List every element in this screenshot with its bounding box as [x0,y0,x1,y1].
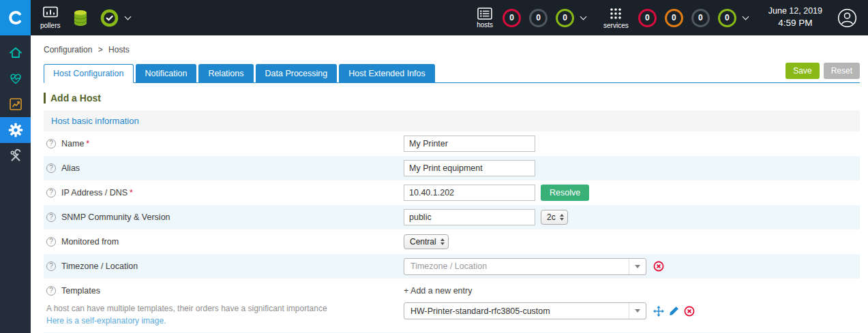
hosts-label: hosts [477,21,493,29]
hosts-up-badge[interactable]: 0 [556,9,574,27]
help-icon[interactable] [46,188,56,197]
database-icon [72,9,89,27]
snmp-version-value: 2c [547,212,556,222]
tab-notification[interactable]: Notification [136,64,197,82]
name-input[interactable] [404,136,535,152]
form-row-field-area: Timezone / Location [404,258,664,275]
tab-host-configuration[interactable]: Host Configuration [44,64,134,83]
tab-data-processing[interactable]: Data Processing [256,64,338,82]
move-icon [653,306,664,317]
database-status[interactable] [72,9,89,27]
snmp-community-input[interactable] [404,209,535,225]
template-move-button[interactable] [653,306,664,317]
monitoring-icon [8,71,23,86]
centreon-logo[interactable] [0,0,31,35]
select-spinner-icon [440,238,445,245]
services-chevron-icon[interactable] [742,14,749,20]
sidebar [0,35,31,333]
dropdown-chevron-icon [629,303,646,319]
pencil-icon [669,306,679,316]
pollers-menu[interactable]: pollers [40,6,60,29]
templates-detail-line: A host can have multiple templates, thei… [44,302,860,327]
form-row-field-area [404,160,535,176]
add-template-entry-link[interactable]: + Add a new entry [404,286,472,296]
help-icon[interactable] [46,212,56,222]
template-field: HW-Printer-standard-rfc3805-custom [404,302,695,319]
breadcrumb-hosts[interactable]: Hosts [108,45,130,54]
reset-button[interactable]: Reset [824,63,860,79]
help-icon[interactable] [46,261,56,271]
timezone-select[interactable]: Timezone / Location [404,258,646,275]
hosts-unreachable-badge[interactable]: 0 [529,9,548,27]
templates-label: Templates [61,286,100,296]
services-critical-badge[interactable]: 0 [638,9,657,27]
page-title: Add a Host [44,93,868,104]
tab-relations[interactable]: Relations [198,64,253,82]
services-unknown-badge[interactable]: 0 [691,9,710,27]
hosts-menu[interactable]: hosts [477,7,493,29]
form-row-label-area: Templates [44,286,404,296]
user-menu[interactable] [837,8,857,28]
section-header-host-basic-information: Host basic information [44,110,860,131]
dropdown-chevron-icon [629,259,646,274]
tab-host-extended-infos[interactable]: Host Extended Infos [339,64,435,82]
select-spinner-icon [560,214,564,221]
form-row-label-area: Alias [44,163,404,173]
help-icon[interactable] [46,237,56,247]
breadcrumb-configuration[interactable]: Configuration [44,45,92,54]
hosts-chevron-icon[interactable] [580,14,587,20]
clock: June 12, 2019 4:59 PM [768,5,822,29]
form-actions: Save Reset [785,63,860,79]
ip-address-input[interactable] [404,185,535,201]
main-content: Configuration > Hosts Host Configuration… [31,35,868,333]
snmp-version-select[interactable]: 2c [541,210,568,225]
delete-circle-icon [653,261,664,272]
sidebar-item-configuration[interactable] [0,117,31,143]
templates-note-link[interactable]: Here is a self-explanatory image. [46,316,166,326]
form-row-field-area: Central [404,234,449,249]
save-button[interactable]: Save [785,63,819,79]
hosts-down-badge[interactable]: 0 [503,9,521,27]
template-delete-button[interactable] [684,306,695,317]
monitored-from-select[interactable]: Central [404,234,449,249]
template-select-value: HW-Printer-standard-rfc3805-custom [410,306,550,316]
host-form: Name * Alias IP Address / DNS * [44,131,860,333]
services-ok-badge[interactable]: 0 [718,9,736,27]
platform-status-chevron-icon[interactable] [125,14,132,20]
form-row-field-area: 2c [404,209,568,225]
monitored-from-label: Monitored from [61,237,119,247]
alias-input[interactable] [404,160,535,176]
platform-status[interactable] [100,8,119,28]
help-icon[interactable] [46,286,56,296]
template-edit-button[interactable] [669,306,679,316]
tab-bar: Host Configuration Notification Relation… [44,63,860,83]
timezone-label: Timezone / Location [61,261,138,271]
services-icon [609,7,623,20]
services-menu[interactable]: services [603,7,629,29]
form-row-field-area [404,136,535,152]
sidebar-item-reporting[interactable] [0,91,31,117]
sidebar-item-administration[interactable] [0,143,31,169]
help-icon[interactable] [46,139,56,148]
hosts-icon [477,7,492,20]
form-row-ip-address: IP Address / DNS * Resolve [44,180,860,205]
form-row-label-area: Timezone / Location [44,261,404,271]
snmp-label: SNMP Community & Version [61,212,170,222]
timezone-clear-button[interactable] [653,261,664,272]
required-asterisk: * [130,188,133,197]
name-label: Name [61,139,84,148]
help-icon[interactable] [46,163,56,173]
form-row-field-area: Resolve [404,185,589,201]
template-select[interactable]: HW-Printer-standard-rfc3805-custom [404,302,646,319]
form-row-name: Name * [44,131,860,156]
sidebar-item-home[interactable] [0,39,31,65]
resolve-button[interactable]: Resolve [541,185,589,201]
form-row-timezone: Timezone / Location Timezone / Location [44,254,860,279]
delete-circle-icon [684,306,695,317]
current-time: 4:59 PM [768,17,822,29]
timezone-placeholder: Timezone / Location [410,261,487,271]
services-warning-badge[interactable]: 0 [665,9,683,27]
form-row-snmp: SNMP Community & Version 2c [44,205,860,229]
breadcrumb-separator: > [98,45,103,54]
sidebar-item-monitoring[interactable] [0,65,31,91]
